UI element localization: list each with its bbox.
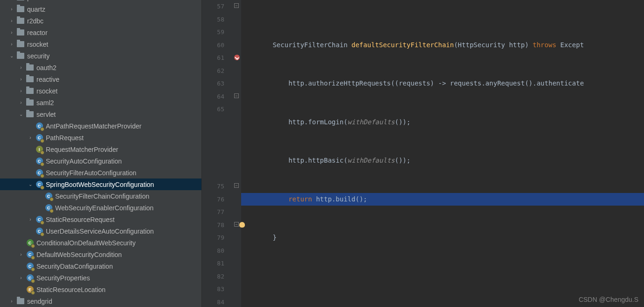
tree-item-label: SecurityFilterAutoConfiguration (46, 169, 136, 177)
tree-item-securityfilterchainconfiguration[interactable]: CSecurityFilterChainConfiguration (0, 190, 201, 202)
tree-item-label: saml2 (36, 99, 54, 107)
folder-icon (17, 0, 24, 1)
line-number: 80 (202, 244, 224, 257)
line-number: 58 (202, 13, 224, 26)
tree-item-label: WebSecurityEnablerConfiguration (55, 204, 154, 212)
class-icon: C (36, 122, 43, 130)
tree-item-websecurityenablerconfiguration[interactable]: CWebSecurityEnablerConfiguration (0, 202, 201, 214)
class-icon: C (45, 204, 52, 212)
chevron-right-icon[interactable]: › (19, 77, 23, 82)
tree-item-label: sendgrid (27, 298, 52, 305)
tree-item-label: SecurityAutoConfiguration (46, 157, 122, 165)
chevron-right-icon[interactable]: › (19, 88, 23, 93)
tree-item-label: security (27, 52, 50, 60)
chevron-right-icon[interactable]: › (9, 18, 14, 23)
tree-item-staticresourcerequest[interactable]: ›CStaticResourceRequest (0, 214, 201, 225)
gutter-marks[interactable]: −−−− (233, 0, 241, 307)
tree-item-securityfilterautoconfiguration[interactable]: CSecurityFilterAutoConfiguration (0, 167, 201, 178)
tree-item-saml2[interactable]: ›saml2 (0, 97, 201, 108)
breakpoint-icon[interactable] (234, 55, 240, 60)
class-icon: C (26, 274, 34, 282)
folder-icon (17, 298, 24, 305)
tree-item-security[interactable]: ⌄security (0, 50, 201, 62)
tree-item-userdetailsserviceautoconfiguration[interactable]: CUserDetailsServiceAutoConfiguration (0, 225, 201, 237)
watermark: CSDN @Chengdu.S (579, 296, 638, 303)
fold-toggle-icon[interactable]: − (234, 222, 239, 227)
tree-item-conditionalondefaultwebsecurity[interactable]: CConditionalOnDefaultWebSecurity (0, 237, 201, 249)
line-number: 65 (202, 103, 224, 116)
chevron-right-icon[interactable]: › (19, 252, 23, 257)
tree-item-oauth2[interactable]: ›oauth2 (0, 62, 201, 73)
line-number: 60 (202, 39, 224, 52)
tree-item-pulsar[interactable]: ›pulsar (0, 0, 201, 3)
tree-item-defaultwebsecuritycondition[interactable]: ›CDefaultWebSecurityCondition (0, 249, 201, 260)
chevron-down-icon[interactable]: ⌄ (19, 112, 23, 117)
tree-item-rsocket[interactable]: ›rsocket (0, 38, 201, 50)
tree-item-springbootwebsecurityconfiguration[interactable]: ⌄CSpringBootWebSecurityConfiguration (0, 178, 201, 190)
line-number-gutter: 57585960616263646575767778798081828384 (202, 0, 233, 307)
class-icon: I (36, 146, 43, 153)
tree-item-label: RequestMatcherProvider (46, 146, 118, 153)
line-number (202, 167, 224, 180)
class-icon: C (26, 239, 34, 247)
tree-item-label: rsocket (36, 87, 57, 95)
tree-item-label: quartz (27, 6, 45, 13)
line-number: 79 (202, 231, 224, 244)
tree-item-securityproperties[interactable]: ›CSecurityProperties (0, 272, 201, 284)
line-number: 64 (202, 90, 224, 103)
tree-item-label: reactor (27, 29, 48, 36)
tree-item-label: PathRequest (46, 134, 84, 142)
chevron-right-icon[interactable]: › (9, 30, 14, 35)
line-number: 82 (202, 270, 224, 283)
chevron-down-icon[interactable]: ⌄ (28, 182, 33, 187)
code-area[interactable]: SecurityFilterChain defaultSecurityFilte… (241, 0, 644, 307)
line-number (202, 142, 224, 155)
chevron-right-icon[interactable]: › (19, 100, 23, 105)
fold-toggle-icon[interactable]: − (234, 3, 239, 8)
chevron-right-icon[interactable]: › (28, 135, 33, 140)
tree-item-requestmatcherprovider[interactable]: IRequestMatcherProvider (0, 143, 201, 155)
chevron-down-icon[interactable]: ⌄ (9, 53, 14, 58)
tree-item-antpathrequestmatcherprovider[interactable]: CAntPathRequestMatcherProvider (0, 120, 201, 132)
class-icon: C (36, 134, 43, 142)
tree-item-reactor[interactable]: ›reactor (0, 27, 201, 38)
tree-item-securityautoconfiguration[interactable]: CSecurityAutoConfiguration (0, 155, 201, 167)
chevron-right-icon[interactable]: › (9, 42, 14, 47)
tree-item-label: DefaultWebSecurityCondition (36, 251, 122, 258)
line-number: 81 (202, 257, 224, 270)
tree-item-rsocket[interactable]: ›rsocket (0, 85, 201, 97)
folder-icon (17, 17, 24, 25)
fold-toggle-icon[interactable]: − (234, 183, 239, 188)
line-number: 57 (202, 0, 224, 13)
chevron-right-icon[interactable]: › (9, 7, 14, 12)
class-icon: C (36, 228, 43, 235)
tree-item-servlet[interactable]: ⌄servlet (0, 108, 201, 120)
tree-item-r2dbc[interactable]: ›r2dbc (0, 15, 201, 27)
tree-item-label: ConditionalOnDefaultWebSecurity (36, 239, 136, 247)
line-number: 59 (202, 26, 224, 39)
tree-item-reactive[interactable]: ›reactive (0, 73, 201, 85)
class-icon: C (26, 263, 34, 270)
chevron-right-icon[interactable]: › (9, 299, 14, 304)
tree-item-securitydataconfiguration[interactable]: CSecurityDataConfiguration (0, 260, 201, 272)
tree-item-label: UserDetailsServiceAutoConfiguration (46, 228, 154, 235)
fold-toggle-icon[interactable]: − (234, 93, 239, 98)
line-number: 62 (202, 64, 224, 78)
chevron-right-icon[interactable]: › (19, 65, 23, 70)
tree-item-pathrequest[interactable]: ›CPathRequest (0, 132, 201, 143)
chevron-right-icon[interactable]: › (28, 217, 33, 222)
tree-item-sendgrid[interactable]: ›sendgrid (0, 295, 201, 307)
tree-item-quartz[interactable]: ›quartz (0, 3, 201, 15)
code-editor[interactable]: 57585960616263646575767778798081828384 −… (202, 0, 644, 307)
line-number: 78 (202, 219, 224, 232)
tree-item-label: SecurityDataConfiguration (36, 263, 113, 270)
tree-item-label: StaticResourceRequest (46, 216, 114, 223)
chevron-right-icon[interactable]: › (19, 275, 23, 280)
tree-item-staticresourcelocation[interactable]: EStaticResourceLocation (0, 284, 201, 295)
line-number (202, 129, 224, 142)
project-tree[interactable]: ›pulsar›quartz›r2dbc›reactor›rsocket⌄sec… (0, 0, 202, 307)
folder-icon (17, 52, 24, 60)
breakpoint-line[interactable]: return http.build(); (241, 193, 644, 206)
folder-icon (26, 99, 34, 107)
folder-icon (26, 87, 34, 95)
